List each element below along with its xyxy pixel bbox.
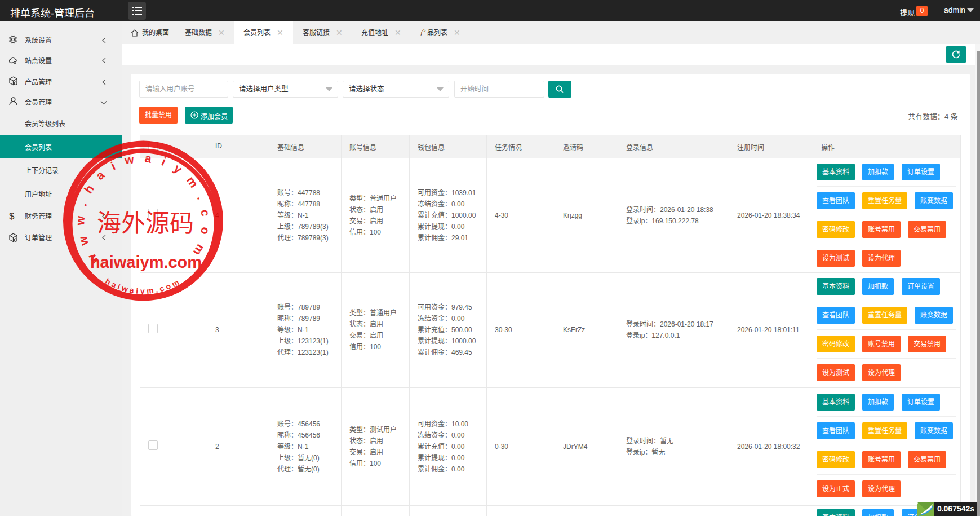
svg-text:海外源码: 海外源码 xyxy=(97,210,194,237)
svg-text:haiwaiym.com: haiwaiym.com xyxy=(90,253,202,271)
